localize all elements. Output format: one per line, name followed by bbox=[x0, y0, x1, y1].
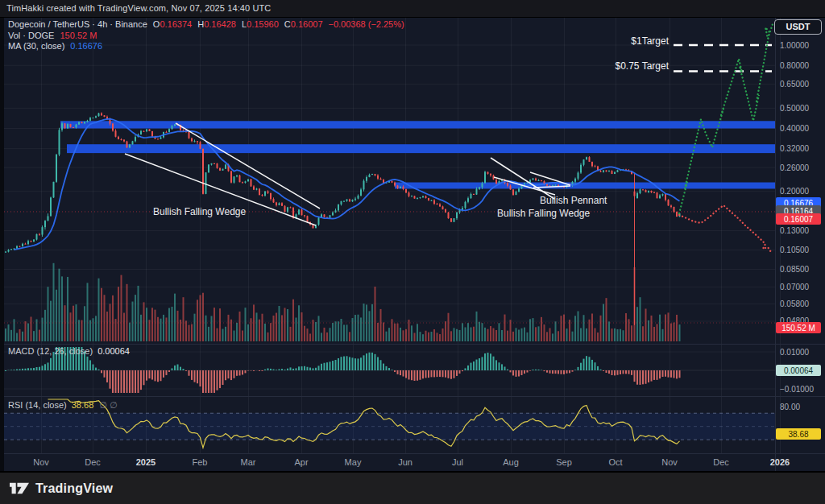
rsi-band bbox=[4, 413, 775, 440]
symbol-title[interactable]: Dogecoin / TetherUS · 4h · Binance bbox=[8, 19, 147, 29]
tradingview-snapshot: { "header": { "credit": "TimHakki create… bbox=[0, 0, 825, 504]
svg-text:1.00000: 1.00000 bbox=[780, 41, 810, 50]
svg-text:0.80000: 0.80000 bbox=[780, 61, 810, 70]
snapshot-credit: TimHakki created with TradingView.com, N… bbox=[6, 3, 271, 13]
svg-text:80.00: 80.00 bbox=[780, 403, 800, 411]
ohlc-close: C0.16007 bbox=[284, 19, 323, 29]
target-1-label[interactable]: $1Target bbox=[600, 35, 669, 47]
svg-text:0.07000: 0.07000 bbox=[780, 283, 810, 291]
svg-text:Aug: Aug bbox=[503, 457, 519, 467]
svg-text:0.13000: 0.13000 bbox=[780, 226, 810, 235]
svg-text:Sep: Sep bbox=[556, 457, 572, 467]
svg-text:0.20000: 0.20000 bbox=[780, 187, 810, 196]
rsi-value: 38.68 bbox=[72, 400, 94, 410]
rsi-hidden-plots: ∅ ∅ bbox=[99, 400, 117, 410]
price-change: −0.00368 (−2.25%) bbox=[329, 19, 404, 29]
legend-volume-row[interactable]: Vol · DOGE150.52 M bbox=[8, 31, 404, 42]
ohlc-open: O0.16374 bbox=[153, 19, 192, 29]
macd-value: 0.00064 bbox=[97, 346, 130, 356]
svg-text:−0.01000: −0.01000 bbox=[780, 385, 814, 394]
svg-text:0.10500: 0.10500 bbox=[780, 246, 810, 254]
svg-text:May: May bbox=[345, 457, 362, 467]
header-bar: TimHakki created with TradingView.com, N… bbox=[0, 0, 825, 18]
svg-text:0.16007: 0.16007 bbox=[784, 215, 814, 224]
ohlc-low: L0.15960 bbox=[242, 19, 279, 29]
svg-text:2026: 2026 bbox=[770, 457, 790, 467]
svg-text:150.52 M: 150.52 M bbox=[781, 324, 815, 333]
svg-text:0.26000: 0.26000 bbox=[780, 163, 810, 172]
svg-text:2025: 2025 bbox=[136, 457, 155, 467]
legend-symbol-row[interactable]: Dogecoin / TetherUS · 4h · BinanceO0.163… bbox=[8, 19, 404, 31]
ohlc-high: H0.16428 bbox=[197, 19, 236, 29]
svg-text:Jun: Jun bbox=[398, 457, 412, 467]
svg-text:0.32000: 0.32000 bbox=[780, 144, 810, 153]
svg-text:0.40000: 0.40000 bbox=[780, 124, 810, 133]
target-075-label[interactable]: $0.75 Target bbox=[600, 60, 669, 72]
svg-text:Nov: Nov bbox=[33, 457, 49, 467]
svg-text:Dec: Dec bbox=[713, 457, 729, 467]
svg-text:Oct: Oct bbox=[608, 457, 622, 467]
svg-text:Dec: Dec bbox=[85, 457, 101, 467]
currency-toggle-button[interactable]: USDT bbox=[774, 19, 822, 35]
wedge-1-label[interactable]: Bullish Falling Wedge bbox=[153, 206, 246, 217]
svg-text:0.50000: 0.50000 bbox=[780, 104, 810, 113]
ma-value: 0.16676 bbox=[70, 41, 102, 51]
svg-text:38.68: 38.68 bbox=[788, 430, 808, 439]
svg-text:Jul: Jul bbox=[452, 457, 463, 467]
svg-text:0.05800: 0.05800 bbox=[780, 300, 810, 308]
ma-label: MA (30, close) bbox=[8, 41, 64, 51]
tradingview-wordmark[interactable]: TradingView bbox=[35, 481, 113, 496]
macd-pane-label[interactable]: MACD (12, 26, close)0.00064 bbox=[8, 346, 130, 356]
legend-ma-row[interactable]: MA (30, close)0.16676 bbox=[8, 41, 404, 52]
svg-text:Mar: Mar bbox=[241, 457, 256, 467]
svg-text:0.01000: 0.01000 bbox=[780, 348, 810, 357]
svg-text:0.08500: 0.08500 bbox=[780, 265, 810, 274]
chart-region: 1.000000.800000.650000.500000.400000.320… bbox=[0, 18, 825, 471]
tradingview-logo-icon[interactable] bbox=[10, 482, 29, 494]
svg-text:Feb: Feb bbox=[193, 457, 208, 467]
rsi-pane-label[interactable]: RSI (14, close)38.68∅ ∅ bbox=[8, 400, 118, 411]
svg-text:Apr: Apr bbox=[294, 457, 308, 467]
footer-bar: TradingView bbox=[0, 471, 825, 504]
chart-canvas[interactable]: 1.000000.800000.650000.500000.400000.320… bbox=[0, 18, 825, 471]
time-axis: NovDec2025FebMarAprMayJunJulAugSepOctNov… bbox=[33, 457, 790, 467]
volume-value: 150.52 M bbox=[60, 31, 97, 40]
volume-label: Vol · DOGE bbox=[8, 31, 54, 40]
svg-text:Nov: Nov bbox=[661, 457, 678, 467]
chart-legend: Dogecoin / TetherUS · 4h · BinanceO0.163… bbox=[8, 19, 404, 52]
svg-text:0.00064: 0.00064 bbox=[784, 366, 814, 375]
pennant-label[interactable]: Bullish Pennant bbox=[540, 195, 607, 206]
svg-text:0.65000: 0.65000 bbox=[780, 80, 810, 89]
wedge-2-label[interactable]: Bullish Falling Wedge bbox=[497, 208, 590, 219]
